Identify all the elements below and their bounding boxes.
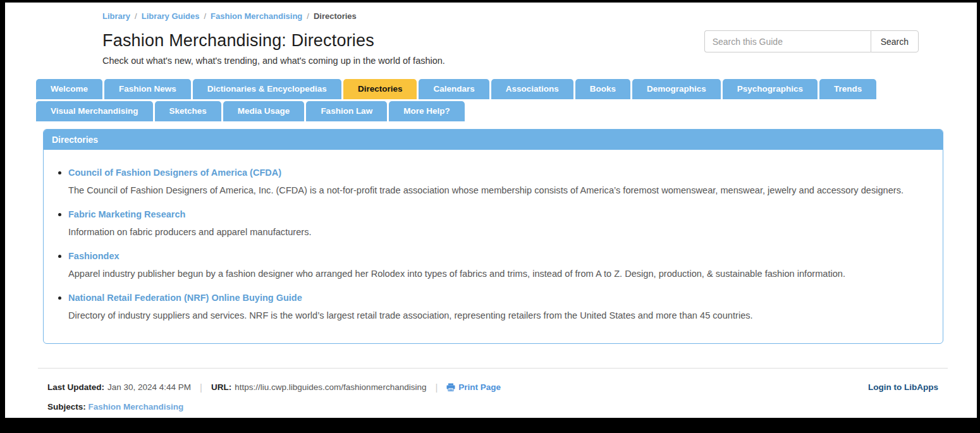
- page-subtitle: Check out what's new, what's trending, a…: [102, 56, 445, 66]
- print-page-link[interactable]: Print Page: [446, 382, 501, 392]
- tab-sketches[interactable]: Sketches: [155, 101, 221, 121]
- tab-psychographics[interactable]: Psychographics: [723, 79, 818, 99]
- breadcrumb-link-library[interactable]: Library: [102, 11, 130, 21]
- tab-associations[interactable]: Associations: [491, 79, 573, 99]
- search-button[interactable]: Search: [871, 30, 919, 52]
- guide-tabs: Welcome Fashion News Dictionaries & Ency…: [36, 79, 952, 121]
- breadcrumb-separator: /: [307, 11, 309, 21]
- link-cfda[interactable]: Council of Fashion Designers of America …: [68, 168, 281, 178]
- last-updated-label: Last Updated:: [47, 382, 104, 392]
- list-item: National Retail Federation (NRF) Online …: [68, 292, 924, 322]
- url-value: https://liu.cwp.libguides.com/fashionmer…: [235, 382, 426, 392]
- subjects-label: Subjects:: [47, 402, 86, 412]
- search-input[interactable]: [704, 30, 871, 52]
- breadcrumb-separator: /: [204, 11, 206, 21]
- guide-search: Search: [704, 30, 919, 52]
- tab-directories[interactable]: Directories: [343, 79, 417, 99]
- tab-dictionaries-encyclopedias[interactable]: Dictionaries & Encyclopedias: [193, 79, 341, 99]
- tab-row-1: Welcome Fashion News Dictionaries & Ency…: [36, 79, 952, 99]
- list-item: Council of Fashion Designers of America …: [68, 167, 924, 197]
- tab-demographics[interactable]: Demographics: [632, 79, 721, 99]
- tab-fashion-law[interactable]: Fashion Law: [306, 101, 387, 121]
- login-to-libapps-link[interactable]: Login to LibApps: [868, 382, 938, 392]
- tab-calendars[interactable]: Calendars: [419, 79, 489, 99]
- header-left: Library/Library Guides/Fashion Merchandi…: [102, 11, 445, 66]
- link-description: Information on fabric producers and appa…: [68, 226, 924, 239]
- breadcrumb-link-library-guides[interactable]: Library Guides: [142, 11, 200, 21]
- print-page-label: Print Page: [458, 382, 501, 392]
- breadcrumb: Library/Library Guides/Fashion Merchandi…: [102, 11, 445, 21]
- tab-visual-merchandising[interactable]: Visual Merchandising: [36, 101, 153, 121]
- footer-separator: |: [200, 382, 202, 393]
- breadcrumb-current: Directories: [314, 11, 357, 21]
- printer-icon: [446, 383, 455, 391]
- tab-fashion-news[interactable]: Fashion News: [104, 79, 191, 99]
- list-item: Fabric Marketing Research Information on…: [68, 209, 924, 239]
- breadcrumb-separator: /: [135, 11, 137, 21]
- panel-header: Directories: [44, 130, 943, 150]
- tab-media-usage[interactable]: Media Usage: [223, 101, 305, 121]
- tab-books[interactable]: Books: [575, 79, 630, 99]
- footer-separator: |: [435, 382, 438, 393]
- link-description: Directory of industry suppliers and serv…: [68, 309, 924, 322]
- page-title: Fashion Merchandising: Directories: [102, 31, 445, 51]
- list-item: Fashiondex Apparel industry publisher be…: [68, 250, 924, 281]
- link-description: Apparel industry publisher begun by a fa…: [68, 267, 924, 281]
- header: Library/Library Guides/Fashion Merchandi…: [5, 3, 977, 66]
- directory-list: Council of Fashion Designers of America …: [58, 167, 924, 323]
- link-nrf-buying-guide[interactable]: National Retail Federation (NRF) Online …: [68, 293, 302, 303]
- link-description: The Council of Fashion Designers of Amer…: [68, 184, 924, 197]
- footer-divider: [38, 368, 948, 369]
- breadcrumb-link-fashion-merchandising[interactable]: Fashion Merchandising: [211, 11, 302, 21]
- tab-row-2: Visual Merchandising Sketches Media Usag…: [36, 101, 952, 121]
- tab-welcome[interactable]: Welcome: [36, 79, 102, 99]
- subjects-row: Subjects: Fashion Merchandising: [47, 402, 938, 412]
- last-updated-value: Jan 30, 2024 4:44 PM: [107, 382, 191, 392]
- url-label: URL:: [211, 382, 231, 392]
- page: Library/Library Guides/Fashion Merchandi…: [5, 3, 977, 418]
- footer: Last Updated: Jan 30, 2024 4:44 PM | URL…: [47, 382, 938, 393]
- directories-panel: Directories Council of Fashion Designers…: [43, 129, 943, 344]
- tab-more-help[interactable]: More Help?: [389, 101, 465, 121]
- link-fashiondex[interactable]: Fashiondex: [68, 251, 119, 261]
- tab-trends[interactable]: Trends: [819, 79, 876, 99]
- link-fabric-marketing-research[interactable]: Fabric Marketing Research: [68, 209, 185, 219]
- panel-body: Council of Fashion Designers of America …: [44, 150, 943, 343]
- subject-link-fashion-merchandising[interactable]: Fashion Merchandising: [89, 402, 184, 412]
